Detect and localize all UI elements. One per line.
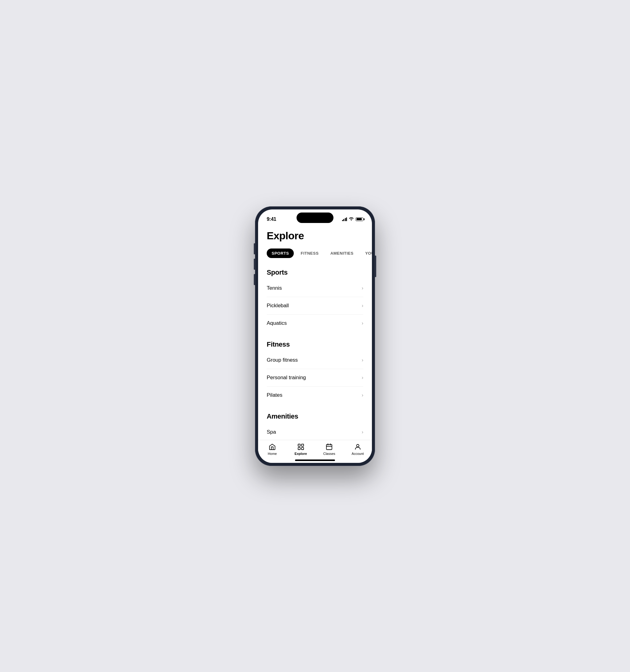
status-icons (342, 217, 364, 221)
tab-sports[interactable]: SPORTS (267, 248, 294, 258)
sports-section-title: Sports (267, 268, 363, 277)
personal-training-label: Personal training (267, 375, 306, 381)
list-item-spa[interactable]: Spa › (267, 424, 363, 440)
tab-amenities[interactable]: AMENITIES (325, 248, 358, 258)
svg-rect-2 (298, 448, 300, 450)
page-title: Explore (267, 230, 363, 242)
account-icon (354, 443, 361, 451)
fitness-section: Fitness Group fitness › Personal trainin… (258, 334, 372, 406)
aquatics-label: Aquatics (267, 320, 287, 326)
list-item-tennis[interactable]: Tennis › (267, 280, 363, 297)
group-fitness-chevron: › (362, 357, 363, 363)
bottom-nav: Home Explore Classes (258, 440, 372, 463)
list-item-group-fitness[interactable]: Group fitness › (267, 352, 363, 369)
fitness-section-title: Fitness (267, 340, 363, 349)
svg-point-5 (356, 445, 359, 447)
status-time: 9:41 (267, 217, 276, 222)
tab-fitness[interactable]: FITNESS (296, 248, 323, 258)
signal-icon (342, 217, 347, 221)
aquatics-chevron: › (362, 320, 363, 326)
svg-rect-1 (301, 444, 304, 446)
list-item-personal-training[interactable]: Personal training › (267, 369, 363, 387)
list-item-aquatics[interactable]: Aquatics › (267, 315, 363, 332)
classes-nav-label: Classes (323, 452, 335, 455)
page-header: Explore (258, 225, 372, 245)
spa-chevron: › (362, 429, 363, 435)
svg-rect-3 (301, 448, 304, 450)
content-area[interactable]: Explore SPORTS FITNESS AMENITIES YOUTH E… (258, 225, 372, 440)
explore-nav-label: Explore (295, 452, 307, 455)
wifi-icon (349, 217, 354, 221)
tennis-chevron: › (362, 285, 363, 291)
spa-label: Spa (267, 429, 276, 435)
home-icon (269, 443, 276, 451)
sports-section: Sports Tennis › Pickleball › Aquatics › (258, 262, 372, 334)
nav-home[interactable]: Home (263, 443, 281, 455)
nav-account[interactable]: Account (349, 443, 367, 455)
amenities-section-title: Amenities (267, 412, 363, 421)
phone-frame: 9:41 (255, 207, 375, 466)
explore-icon (297, 443, 305, 451)
tab-strip: SPORTS FITNESS AMENITIES YOUTH EVE... (258, 245, 372, 262)
group-fitness-label: Group fitness (267, 357, 298, 363)
list-item-pilates[interactable]: Pilates › (267, 387, 363, 404)
dynamic-island (297, 213, 333, 223)
home-nav-label: Home (268, 452, 277, 455)
svg-rect-0 (298, 444, 300, 446)
list-item-pickleball[interactable]: Pickleball › (267, 297, 363, 315)
amenities-section: Amenities Spa › Dining › (258, 406, 372, 440)
nav-explore[interactable]: Explore (291, 443, 310, 455)
pilates-label: Pilates (267, 392, 282, 398)
pickleball-label: Pickleball (267, 303, 289, 309)
svg-rect-4 (326, 445, 332, 450)
home-indicator (295, 459, 335, 461)
classes-icon (325, 443, 333, 451)
tennis-label: Tennis (267, 285, 282, 291)
pickleball-chevron: › (362, 303, 363, 309)
account-nav-label: Account (352, 452, 364, 455)
personal-training-chevron: › (362, 375, 363, 380)
pilates-chevron: › (362, 392, 363, 398)
status-bar: 9:41 (258, 210, 372, 225)
battery-icon (356, 217, 363, 221)
nav-classes[interactable]: Classes (320, 443, 339, 455)
tab-youth[interactable]: YOUTH (360, 248, 372, 258)
phone-screen: 9:41 (258, 210, 372, 463)
